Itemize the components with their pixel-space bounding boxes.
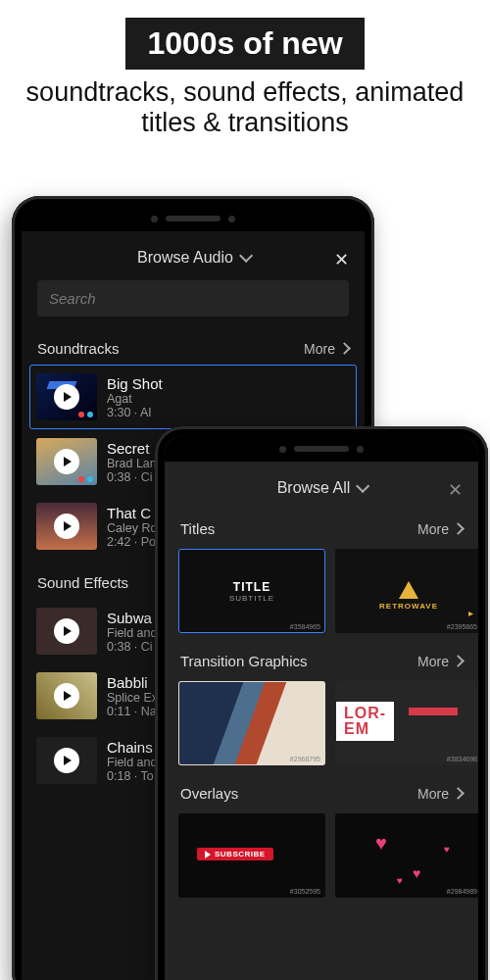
play-icon[interactable] [54,449,79,474]
arrow-icon: ▸ [468,608,473,618]
more-transitions[interactable]: More [417,654,463,669]
phone-notch [22,206,365,231]
heart-icon: ♥ [397,875,403,886]
track-thumb [36,373,97,420]
close-icon[interactable]: ✕ [334,249,349,270]
tile-lorem[interactable]: LOR- EM #3834698 [335,681,478,765]
close-icon[interactable]: ✕ [448,479,463,501]
heart-icon: ♥ [413,865,420,881]
graphics-browse-dropdown[interactable]: Browse All ✕ [165,462,478,511]
section-title-sfx: Sound Effects [37,574,128,591]
section-title-overlays: Overlays [180,785,238,802]
play-icon[interactable] [54,514,79,539]
phone-graphics: Browse All ✕ Titles More TITLE SUBTITLE … [155,426,488,980]
heart-icon: ♥ [444,844,450,855]
play-icon[interactable] [54,683,79,709]
promo-subtitle: soundtracks, sound effects, animated tit… [0,77,490,138]
more-titles[interactable]: More [417,521,463,537]
track-row[interactable]: Big Shot Agat 3:30 · Al [29,365,357,429]
more-overlays[interactable]: More [417,786,463,802]
tile-hearts[interactable]: ♥ ♥ ♥ ♥ #2984989 [335,813,478,898]
tile-title[interactable]: TITLE SUBTITLE #3584965 [178,549,325,633]
section-title-transitions: Transition Graphics [180,653,308,669]
section-title-titles: Titles [180,520,215,537]
more-soundtracks[interactable]: More [304,341,349,357]
play-icon[interactable] [54,748,79,773]
promo-badge: 1000s of new [125,18,364,70]
heart-icon: ♥ [375,832,387,855]
tile-transition[interactable]: #2968795 [178,681,325,765]
section-title-soundtracks: Soundtracks [37,340,119,357]
tile-retrowave[interactable]: RETROWAVE ▸ #2395865 [335,549,478,633]
play-icon[interactable] [54,384,79,410]
play-icon[interactable] [54,618,79,644]
phone-notch [165,436,478,462]
tile-subscribe[interactable]: SUBSCRIBE #3052595 [178,813,325,898]
audio-browse-dropdown[interactable]: Browse Audio ✕ [22,231,365,280]
search-input[interactable]: Search [37,280,349,317]
